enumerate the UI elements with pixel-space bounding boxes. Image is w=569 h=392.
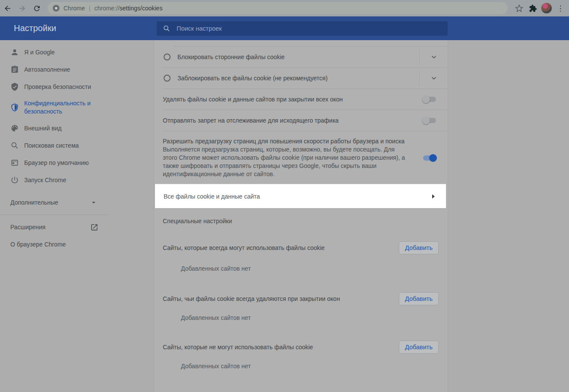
all-cookies-label: Все файлы cookie и данные сайта xyxy=(164,193,432,200)
profile-avatar[interactable] xyxy=(540,1,553,15)
person-icon xyxy=(10,48,19,57)
cookies-settings-card: Блокировать сторонние файлы cookie Забло… xyxy=(154,40,448,392)
power-icon xyxy=(10,176,19,184)
autofill-icon xyxy=(10,65,19,74)
sidebar-advanced-expander[interactable]: Дополнительные xyxy=(0,196,108,209)
browser-toolbar: Chrome | chrome://settings/cookies ⋮ xyxy=(0,0,569,16)
sidebar-divider xyxy=(0,215,108,215)
toggle-row-clear-on-exit[interactable]: Удалять файлы cookie и данные сайтов при… xyxy=(154,89,448,110)
settings-search-box[interactable] xyxy=(157,21,448,36)
site-row-clear-on-close: Сайты, чьи файлы cookie всегда удаляются… xyxy=(154,288,448,309)
toggle-row-label: Отправлять запрет на отслеживание для ис… xyxy=(163,117,423,124)
extensions-label: Расширения xyxy=(10,224,45,231)
toggle-row-label: Удалять файлы cookie и данные сайтов при… xyxy=(163,96,423,103)
reload-button[interactable] xyxy=(29,1,44,16)
sidebar-item-label: Поисковая система xyxy=(24,142,79,149)
toggle-row-preload-pages[interactable]: Разрешить предзагрузку страниц для повыш… xyxy=(154,131,448,184)
radio-icon[interactable] xyxy=(164,54,171,60)
avatar xyxy=(541,3,552,14)
radio-row-block-third-party[interactable]: Блокировать сторонние файлы cookie xyxy=(154,47,448,67)
sidebar-item-search-engine[interactable]: Поисковая система xyxy=(0,137,108,154)
site-row-never-allow: Сайты, которые не могут использовать фай… xyxy=(154,337,448,357)
special-settings-heading: Специальные настройки xyxy=(163,218,448,226)
url-separator: | xyxy=(89,5,91,12)
page-title: Настройки xyxy=(14,23,56,33)
bookmark-star-icon[interactable] xyxy=(512,1,526,15)
sidebar-item-default-browser[interactable]: Браузер по умолчанию xyxy=(0,154,108,171)
arrow-right-icon xyxy=(432,194,435,199)
browser-menu-button[interactable]: ⋮ xyxy=(553,1,567,15)
sidebar-item-label: Проверка безопасности xyxy=(24,83,91,90)
chevron-down-icon xyxy=(430,74,438,82)
radio-row-block-all[interactable]: Заблокировать все файлы cookie (не реком… xyxy=(154,68,448,89)
preload-title: Разрешить предзагрузку страниц для повыш… xyxy=(163,137,410,145)
toggle-on[interactable] xyxy=(423,155,436,161)
site-row-label: Сайты, чьи файлы cookie всегда удаляются… xyxy=(163,295,399,302)
about-label: О браузере Chrome xyxy=(10,241,66,248)
add-site-button[interactable]: Добавить xyxy=(399,341,439,354)
external-link-icon xyxy=(90,223,98,231)
shield-check-icon xyxy=(10,82,19,91)
url-text: chrome://settings/cookies xyxy=(94,5,162,12)
site-row-label: Сайты, которые всегда могут использовать… xyxy=(163,244,399,251)
search-input[interactable] xyxy=(177,25,442,32)
sidebar-item-label: Конфиденциальность и безопасность xyxy=(24,99,93,116)
empty-sites-note: Добавленных сайтов нет xyxy=(181,265,448,274)
empty-sites-note: Добавленных сайтов нет xyxy=(181,363,448,371)
chevron-down-icon xyxy=(430,53,438,61)
sidebar-item-appearance[interactable]: Внешний вид xyxy=(0,120,108,137)
radio-row-label: Блокировать сторонние файлы cookie xyxy=(177,54,419,60)
expand-row-button[interactable] xyxy=(419,70,448,86)
settings-sidebar: Я и Google Автозаполнение Проверка безоп… xyxy=(0,40,108,392)
palette-icon xyxy=(10,124,19,133)
chevron-down-icon xyxy=(90,199,98,206)
privacy-shield-icon xyxy=(10,103,19,112)
browser-icon xyxy=(10,158,19,167)
address-bar[interactable]: Chrome | chrome://settings/cookies xyxy=(47,2,508,14)
expand-row-button[interactable] xyxy=(419,49,448,65)
sidebar-item-label: Я и Google xyxy=(24,49,55,56)
sidebar-item-autofill[interactable]: Автозаполнение xyxy=(0,61,108,78)
back-button[interactable] xyxy=(0,1,15,16)
settings-header: Настройки xyxy=(0,16,569,40)
radio-icon[interactable] xyxy=(164,75,171,82)
extensions-puzzle-icon[interactable] xyxy=(526,1,540,15)
toggle-row-do-not-track[interactable]: Отправлять запрет на отслеживание для ис… xyxy=(154,110,448,131)
add-site-button[interactable]: Добавить xyxy=(399,292,439,305)
search-icon xyxy=(10,141,19,150)
preload-text: Разрешить предзагрузку страниц для повыш… xyxy=(163,137,410,178)
sidebar-item-label: Внешний вид xyxy=(24,125,62,132)
site-row-label: Сайты, которые не могут использовать фай… xyxy=(163,344,399,351)
preload-description: Выполняется предзагрузка страниц, которы… xyxy=(163,146,405,177)
url-engine-label: Chrome xyxy=(63,5,85,12)
advanced-label: Дополнительные xyxy=(10,199,58,206)
add-site-button[interactable]: Добавить xyxy=(399,241,439,254)
site-row-always-allow: Сайты, которые всегда могут использовать… xyxy=(154,237,448,258)
toggle-off[interactable] xyxy=(423,97,436,102)
sidebar-item-label: Автозаполнение xyxy=(24,66,70,73)
page-favicon-icon xyxy=(53,5,60,12)
sidebar-item-you-and-google[interactable]: Я и Google xyxy=(0,44,108,61)
sidebar-item-on-startup[interactable]: Запуск Chrome xyxy=(0,171,108,189)
forward-button[interactable] xyxy=(15,1,29,16)
radio-row-label: Заблокировать все файлы cookie (не реком… xyxy=(177,75,419,82)
sidebar-item-label: Браузер по умолчанию xyxy=(24,159,89,166)
sidebar-item-safety-check[interactable]: Проверка безопасности xyxy=(0,78,108,95)
search-icon xyxy=(163,25,171,32)
sidebar-item-label: Запуск Chrome xyxy=(24,177,66,183)
all-cookies-link-row[interactable]: Все файлы cookie и данные сайта xyxy=(155,184,446,208)
sidebar-item-extensions[interactable]: Расширения xyxy=(0,218,108,236)
empty-sites-note: Добавленных сайтов нет xyxy=(181,314,448,323)
sidebar-item-about-chrome[interactable]: О браузере Chrome xyxy=(0,236,108,253)
toggle-off[interactable] xyxy=(423,118,436,123)
sidebar-item-privacy-security[interactable]: Конфиденциальность и безопасность xyxy=(0,95,108,120)
